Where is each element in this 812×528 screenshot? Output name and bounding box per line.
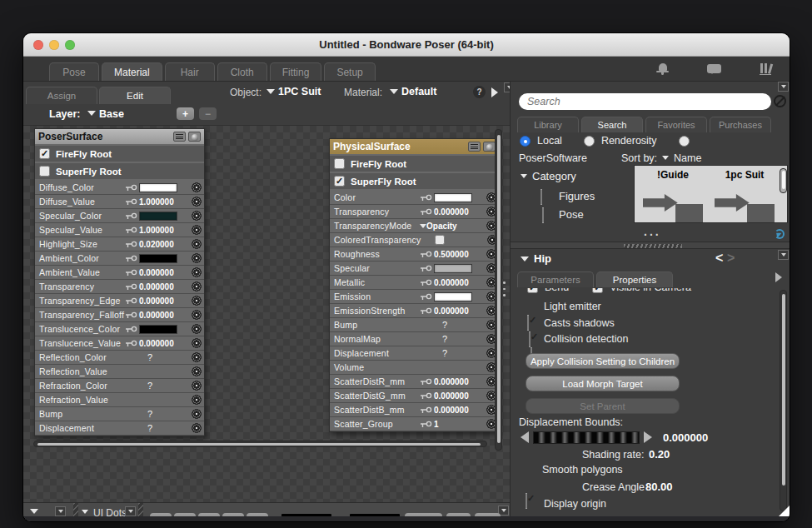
layer-value[interactable]: Base [99, 108, 124, 120]
root-checkbox[interactable] [334, 158, 345, 169]
animation-key-icon[interactable] [420, 391, 434, 400]
poser-surface-header[interactable]: PoserSurface [35, 129, 204, 144]
texture-placeholder[interactable]: ? [442, 348, 447, 358]
node-connector-icon[interactable] [192, 423, 202, 433]
param-value[interactable]: 0.000000 [139, 311, 174, 320]
shader-root-row[interactable]: SuperFly Root [330, 173, 499, 189]
thumbnail-label[interactable]: !Guide [640, 169, 706, 181]
add-layer-button[interactable]: + [177, 107, 194, 120]
shader-param-row[interactable]: Color [330, 191, 499, 205]
shader-param-row[interactable]: TransparencyModeOpacity [330, 219, 499, 233]
animation-key-icon[interactable] [420, 207, 434, 216]
room-tab-cloth[interactable]: Cloth [217, 62, 267, 81]
shader-param-row[interactable]: ScatterDistR_mm0.000000 [330, 375, 499, 389]
param-dropdown-value[interactable]: Opacity [426, 222, 457, 231]
radio-extra[interactable] [679, 136, 690, 147]
expand-properties-icon[interactable] [775, 272, 782, 282]
animation-key-icon[interactable] [125, 311, 139, 319]
texture-placeholder[interactable]: ? [442, 320, 447, 330]
shader-param-row[interactable]: Displacement? [35, 421, 204, 436]
param-value[interactable]: 1.000000 [139, 226, 174, 235]
node-connector-icon[interactable] [192, 182, 202, 192]
shader-param-row[interactable]: Volume [330, 361, 499, 375]
color-swatch[interactable] [434, 292, 472, 301]
thumbnail-label[interactable]: 1pc Suit [711, 169, 778, 181]
animation-key-icon[interactable] [125, 183, 139, 192]
animation-key-icon[interactable] [420, 292, 434, 301]
shader-param-row[interactable]: Ambient_Color [35, 252, 204, 266]
animation-key-icon[interactable] [125, 282, 139, 291]
properties-tab-parameters[interactable]: Parameters [517, 271, 594, 287]
search-input[interactable] [519, 93, 771, 110]
texture-placeholder[interactable]: ? [147, 423, 152, 433]
param-value[interactable]: 0.020000 [139, 240, 174, 249]
animation-key-icon[interactable] [420, 250, 434, 258]
param-value[interactable]: 0.000000 [139, 339, 174, 348]
category-item-label[interactable]: Figures [559, 190, 595, 202]
color-swatch[interactable] [434, 193, 472, 202]
layer-dropdown-icon[interactable] [87, 111, 96, 116]
node-connector-icon[interactable] [192, 395, 202, 405]
panel-menu-icon[interactable] [778, 82, 789, 92]
properties-scrollbar[interactable] [780, 290, 787, 511]
hip-collapse-icon[interactable] [521, 257, 529, 262]
param-value[interactable]: 0.000000 [434, 278, 469, 287]
room-tab-fitting[interactable]: Fitting [270, 62, 322, 81]
category-checkbox-pose[interactable] [542, 207, 544, 223]
param-value[interactable]: 0.000000 [139, 282, 174, 291]
shader-param-row[interactable]: Translucence_Color [35, 322, 204, 336]
list-view-icon[interactable] [173, 132, 186, 142]
node-connector-icon[interactable] [192, 197, 202, 207]
room-tab-pose[interactable]: Pose [49, 62, 99, 81]
node-connector-icon[interactable] [192, 409, 202, 419]
animation-key-icon[interactable] [125, 240, 139, 248]
texture-placeholder[interactable]: ? [442, 334, 447, 344]
library-tab-library[interactable]: Library [517, 117, 579, 132]
displacement-dial[interactable] [533, 431, 640, 444]
color-swatch[interactable] [139, 212, 177, 221]
node-connector-icon[interactable] [192, 366, 202, 376]
node-connector-icon[interactable] [192, 352, 202, 362]
library-tab-favorites[interactable]: Favorites [645, 117, 707, 132]
shader-canvas[interactable]: PoserSurface FireFly RootSuperFly Root D… [23, 126, 510, 502]
chat-icon[interactable] [707, 64, 721, 73]
canvas-horizontal-scrollbar[interactable] [33, 441, 487, 447]
collapse-panel-icon[interactable] [30, 509, 38, 514]
expand-arrow-icon[interactable] [491, 87, 498, 97]
shader-param-row[interactable]: Displacement? [330, 346, 499, 361]
smooth-polygons-checkbox[interactable] [526, 493, 527, 509]
load-morph-target-button[interactable]: Load Morph Target [526, 376, 680, 391]
shader-param-row[interactable]: Bump? [35, 407, 204, 421]
panel-menu-icon[interactable] [125, 506, 136, 516]
animation-key-icon[interactable] [125, 296, 139, 305]
animation-key-icon[interactable] [420, 264, 434, 272]
radio-renderosity[interactable] [584, 136, 595, 147]
next-actor-icon[interactable]: > [727, 251, 735, 266]
category-label[interactable]: Category [532, 170, 576, 182]
node-connector-icon[interactable] [192, 281, 202, 291]
folder-thumbnail-icon[interactable] [643, 194, 703, 222]
shader-param-row[interactable]: Specular [330, 262, 499, 276]
node-connector-icon[interactable] [192, 324, 202, 334]
shader-param-row[interactable]: EmissionStrength0.000000 [330, 304, 499, 318]
animation-key-icon[interactable] [125, 197, 139, 206]
shading-rate-value[interactable]: 0.20 [649, 448, 670, 461]
shader-param-row[interactable]: ColoredTransparency [330, 233, 499, 247]
material-dropdown-icon[interactable] [390, 89, 398, 94]
category-checkbox-figures[interactable] [541, 189, 542, 205]
preview-sphere-icon[interactable] [483, 142, 496, 152]
thumbnail-browser[interactable]: !Guide1pc Suit [634, 165, 788, 223]
node-connector-icon[interactable] [192, 267, 202, 277]
shader-param-row[interactable]: Translucence_Value0.000000 [35, 336, 204, 351]
sort-value[interactable]: Name [674, 152, 701, 164]
param-value[interactable]: 0.000000 [139, 296, 174, 306]
crease-angle-value[interactable]: 80.00 [645, 481, 673, 493]
param-value[interactable]: 0.000000 [434, 391, 469, 401]
param-value[interactable]: 0.000000 [434, 207, 469, 217]
shader-root-row[interactable]: FireFly Root [330, 156, 499, 172]
set-parent-button[interactable]: Set Parent [526, 398, 680, 414]
animation-key-icon[interactable] [125, 325, 139, 333]
node-connector-icon[interactable] [192, 310, 202, 320]
shader-param-row[interactable]: Refraction_Color? [35, 379, 204, 393]
category-collapse-icon[interactable] [521, 174, 527, 178]
